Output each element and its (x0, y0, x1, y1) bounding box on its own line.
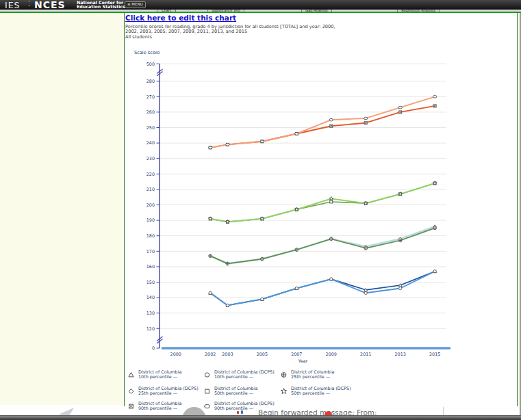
logo-separator-icon: ⁚ (28, 0, 30, 8)
ies-logo: IES (5, 0, 21, 10)
legend-label: District of Columbia (DCPS)50th percenti… (291, 386, 351, 397)
circle-plus-icon (281, 373, 286, 378)
window-bottom-bar (0, 415, 521, 420)
nces-logo: NCES (34, 0, 66, 10)
y-tick-label: 210 (147, 187, 155, 192)
legend-percentile: 10th percentile — (214, 375, 275, 380)
y-tick-label: 140 (147, 295, 155, 300)
menu-button[interactable]: ≡ MENU (125, 1, 146, 8)
square-icon (205, 390, 209, 394)
x-tick-label: 2009 (326, 352, 337, 357)
x-tick-label: 2013 (395, 352, 406, 357)
square-x-icon (364, 122, 367, 124)
legend-label: District of Columbia (DCPS)10th percenti… (214, 370, 275, 380)
series-line-dc-25 (210, 228, 435, 263)
y-tick-label: 280 (147, 79, 155, 84)
diamond-icon (129, 389, 134, 394)
circle-icon (364, 291, 367, 294)
org-name: National Center for Education Statistics (77, 1, 125, 10)
oval-icon (433, 95, 436, 98)
y-tick-label: 120 (147, 326, 155, 332)
circle-plus-icon (295, 248, 298, 252)
y-tick-label: 170 (147, 249, 155, 254)
legend-label: District of Columbia10th percentile — (138, 370, 181, 380)
circle-plus-icon (364, 246, 368, 250)
legend-square-icon (203, 386, 212, 396)
x-tick-label: 2002 (205, 352, 216, 357)
legend-item-circle-plus: District of Columbia25th percentile — (279, 370, 334, 380)
y-axis-title: Scale score (134, 50, 160, 55)
legend-label: District of Columbia25th percentile — (291, 370, 334, 380)
legend-percentile: 50th percentile — (291, 391, 351, 396)
oval-icon (205, 405, 210, 408)
scale-score-line-chart: 0120130140150160170180190200210220230240… (0, 0, 521, 420)
circle-plus-icon (329, 237, 333, 241)
legend-item-circle: District of Columbia (DCPS)10th percenti… (203, 370, 275, 380)
star-icon (329, 196, 333, 200)
chart-subtitle-line3: All students (125, 35, 152, 40)
oval-icon (329, 118, 333, 121)
legend-item-triangle: District of Columbia10th percentile — (127, 370, 181, 380)
y-tick-label: 220 (147, 172, 155, 177)
legend-circle-plus-icon (279, 370, 288, 380)
oval-icon (295, 133, 298, 135)
square-x-icon (433, 105, 436, 107)
circle-icon (226, 304, 229, 306)
x-tick-label: 2011 (360, 352, 371, 357)
circle-icon (261, 298, 264, 300)
mail-flag-red-icon (237, 411, 239, 414)
legend-label: District of Columbia50th percentile — (214, 386, 257, 397)
square-x-icon (399, 111, 402, 114)
y-tick-label: 160 (147, 264, 155, 270)
y-tick-label: 150 (147, 280, 155, 285)
legend-diamond-icon (127, 386, 136, 396)
org-name-line2: Education Statistics (77, 4, 125, 9)
series-line-dcps-50 (210, 183, 435, 222)
legend-item-star: District of Columbia (DCPS)50th percenti… (279, 386, 351, 397)
circle-icon (205, 373, 209, 377)
oval-icon (226, 144, 229, 146)
oval-icon (208, 146, 212, 149)
mail-flag-blue-icon (241, 410, 243, 414)
square-x-icon (129, 405, 134, 409)
legend-square-x-icon (127, 402, 136, 411)
legend-percentile: 10th percentile — (138, 375, 181, 380)
panel-border-left (124, 12, 125, 406)
x-tick-label: 2000 (170, 352, 181, 357)
circle-icon (209, 291, 212, 294)
x-tick-label: 2003 (222, 352, 233, 357)
triangle-icon (364, 288, 368, 291)
oval-icon (364, 117, 368, 120)
triangle-icon (398, 284, 402, 287)
y-tick-label: 260 (147, 109, 155, 115)
circle-icon (330, 278, 333, 280)
circle-icon (399, 287, 402, 289)
y-tick-label: 0 (152, 345, 155, 351)
series-line-dc-50 (210, 183, 435, 222)
legend-star-icon (279, 386, 288, 396)
edit-chart-link[interactable]: Click here to edit this chart (125, 14, 236, 22)
header-accent-line (0, 12, 521, 13)
y-tick-label: 200 (147, 202, 155, 208)
series-line-dcps-25 (210, 226, 435, 263)
y-tick-label: 180 (147, 233, 155, 239)
triangle-icon (129, 373, 134, 377)
x-tick-label: 2005 (257, 352, 268, 357)
circle-plus-icon (209, 254, 212, 258)
oval-icon (398, 106, 402, 109)
x-axis-title: Year (298, 358, 308, 364)
y-tick-label: 190 (147, 218, 155, 223)
square-x-icon (330, 124, 333, 127)
y-tick-label: 500 (147, 62, 155, 67)
square-icon (330, 200, 333, 203)
legend-label: District of Columbia90th percentile — (138, 402, 181, 412)
star-icon (281, 389, 286, 394)
circle-plus-icon (226, 262, 229, 265)
legend-item-square-x: District of Columbia90th percentile — (127, 402, 181, 412)
circle-plus-icon (433, 226, 437, 230)
x-tick-label: 2015 (429, 352, 440, 357)
legend-percentile: 50th percentile — (214, 391, 257, 396)
y-tick-label: 230 (147, 156, 155, 161)
y-tick-label: 270 (147, 94, 155, 100)
panel-border-right (517, 12, 518, 406)
